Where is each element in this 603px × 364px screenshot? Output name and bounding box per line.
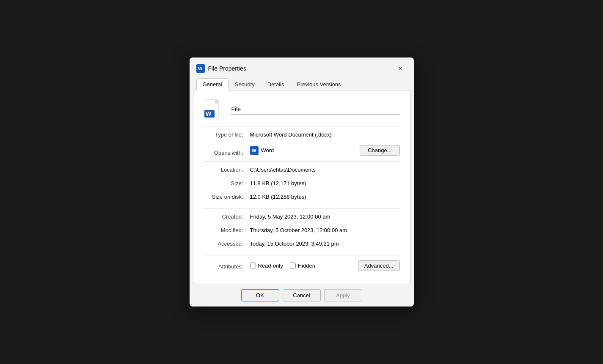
divider-3 bbox=[204, 208, 400, 208]
prop-row-accessed: Accessed: Today, 15 October 2023, 3:49:2… bbox=[204, 241, 400, 250]
prop-row-location: Location: C:\Users\ehtas\Documents bbox=[204, 167, 400, 176]
file-properties-dialog: W File Properties ✕ General Security Det… bbox=[190, 57, 414, 307]
svg-text:W: W bbox=[198, 66, 203, 71]
prop-row-opens: Opens with: W Word Change... bbox=[204, 145, 400, 156]
readonly-label: Read-only bbox=[258, 263, 283, 269]
size-on-disk-label: Size on disk: bbox=[204, 194, 250, 200]
advanced-button[interactable]: Advanced... bbox=[358, 260, 400, 271]
word-icon-titlebar: W bbox=[196, 64, 205, 73]
apply-button[interactable]: Apply bbox=[324, 289, 362, 301]
svg-text:W: W bbox=[206, 110, 212, 117]
dialog-title: File Properties bbox=[208, 65, 246, 72]
title-bar: W File Properties ✕ bbox=[190, 57, 414, 74]
file-name-input[interactable] bbox=[231, 104, 400, 115]
prop-row-type: Type of file: Microsoft Word Document (.… bbox=[204, 131, 400, 141]
accessed-label: Accessed: bbox=[204, 241, 250, 247]
tab-general[interactable]: General bbox=[196, 78, 229, 90]
title-bar-left: W File Properties bbox=[196, 64, 246, 73]
location-value: C:\Users\ehtas\Documents bbox=[250, 167, 400, 173]
attributes-label: Attributes: bbox=[204, 263, 250, 270]
readonly-checkbox[interactable] bbox=[250, 263, 256, 268]
created-value: Friday, 5 May 2023, 12:00:00 am bbox=[250, 213, 400, 220]
divider-4 bbox=[204, 255, 400, 255]
modified-label: Modified: bbox=[204, 227, 250, 233]
close-button[interactable]: ✕ bbox=[394, 63, 407, 74]
tab-content-general: W Type of file: Microsoft Word Document … bbox=[193, 90, 410, 284]
hidden-label: Hidden bbox=[298, 263, 315, 269]
accessed-value: Today, 15 October 2023, 3:49:21 pm bbox=[250, 241, 400, 247]
prop-row-modified: Modified: Thursday, 5 October 2023, 12:0… bbox=[204, 227, 400, 236]
tab-bar: General Security Details Previous Versio… bbox=[190, 74, 414, 90]
created-label: Created: bbox=[204, 213, 250, 220]
prop-row-attributes: Attributes: Read-only Hidden Advanced... bbox=[204, 260, 400, 271]
prop-row-created: Created: Friday, 5 May 2023, 12:00:00 am bbox=[204, 213, 400, 223]
modified-value: Thursday, 5 October 2023, 12:00:00 am bbox=[250, 227, 400, 233]
location-label: Location: bbox=[204, 167, 250, 173]
cancel-button[interactable]: Cancel bbox=[283, 289, 321, 301]
svg-rect-5 bbox=[215, 100, 219, 103]
size-label: Size: bbox=[204, 180, 250, 186]
file-name-row: W bbox=[204, 99, 400, 119]
divider-2 bbox=[204, 161, 400, 161]
opens-with-row: W Word Change... bbox=[250, 145, 400, 156]
readonly-checkbox-label[interactable]: Read-only bbox=[250, 263, 283, 269]
type-label: Type of file: bbox=[204, 131, 250, 138]
hidden-checkbox[interactable] bbox=[290, 263, 296, 268]
tab-security[interactable]: Security bbox=[229, 78, 261, 90]
hidden-checkbox-label[interactable]: Hidden bbox=[290, 263, 315, 269]
tab-previous-versions[interactable]: Previous Versions bbox=[290, 78, 347, 90]
prop-row-size: Size: 11.8 KB (12,171 bytes) bbox=[204, 180, 400, 189]
word-icon-opens: W bbox=[250, 146, 259, 155]
prop-row-size-on-disk: Size on disk: 12.0 KB (12,288 bytes) bbox=[204, 194, 400, 203]
opens-label: Opens with: bbox=[204, 150, 250, 156]
divider-1 bbox=[204, 126, 400, 126]
type-value: Microsoft Word Document (.docx) bbox=[250, 131, 400, 138]
tab-details[interactable]: Details bbox=[261, 78, 291, 90]
change-button[interactable]: Change... bbox=[360, 145, 399, 156]
size-value: 11.8 KB (12,171 bytes) bbox=[250, 180, 400, 186]
ok-button[interactable]: OK bbox=[241, 289, 279, 301]
file-type-icon: W bbox=[204, 99, 224, 119]
opens-app-name: Word bbox=[261, 147, 274, 153]
size-on-disk-value: 12.0 KB (12,288 bytes) bbox=[250, 194, 400, 200]
attributes-row: Read-only Hidden Advanced... bbox=[250, 260, 400, 271]
svg-text:W: W bbox=[252, 148, 256, 153]
bottom-bar: OK Cancel Apply bbox=[190, 284, 414, 307]
